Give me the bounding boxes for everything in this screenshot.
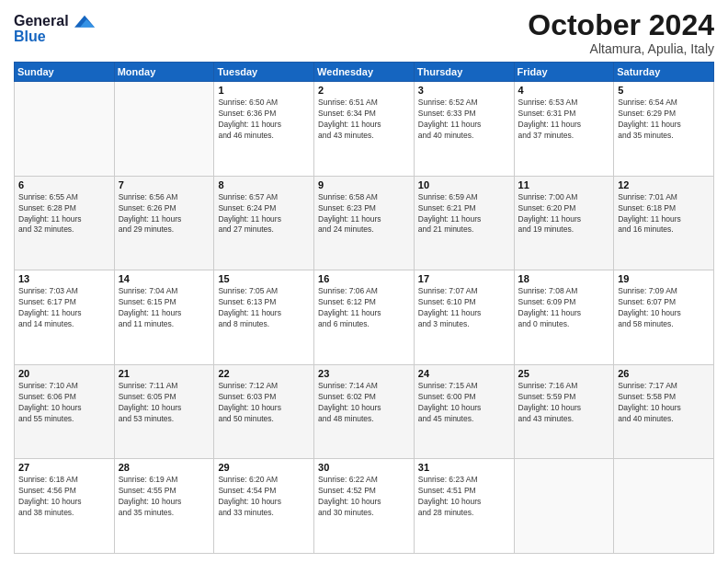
day-info: Sunrise: 7:04 AM Sunset: 6:15 PM Dayligh… <box>119 286 210 330</box>
calendar-day-cell: 17Sunrise: 7:07 AM Sunset: 6:10 PM Dayli… <box>414 270 514 365</box>
logo-blue: Blue <box>14 29 46 44</box>
title-block: October 2024 Altamura, Apulia, Italy <box>528 9 714 56</box>
calendar-day-cell: 3Sunrise: 6:52 AM Sunset: 6:33 PM Daylig… <box>414 82 514 177</box>
calendar-day-cell: 9Sunrise: 6:58 AM Sunset: 6:23 PM Daylig… <box>314 176 415 270</box>
calendar-day-cell: 26Sunrise: 7:17 AM Sunset: 5:58 PM Dayli… <box>614 364 714 459</box>
day-info: Sunrise: 7:07 AM Sunset: 6:10 PM Dayligh… <box>418 286 510 330</box>
header-friday: Friday <box>514 63 614 82</box>
day-info: Sunrise: 7:16 AM Sunset: 5:59 PM Dayligh… <box>518 381 610 425</box>
day-info: Sunrise: 7:00 AM Sunset: 6:20 PM Dayligh… <box>518 192 610 236</box>
day-info: Sunrise: 6:18 AM Sunset: 4:56 PM Dayligh… <box>18 475 110 519</box>
day-number: 23 <box>318 368 410 379</box>
day-number: 20 <box>18 368 110 379</box>
calendar-day-cell: 7Sunrise: 6:56 AM Sunset: 6:26 PM Daylig… <box>114 176 214 270</box>
calendar-week-row: 27Sunrise: 6:18 AM Sunset: 4:56 PM Dayli… <box>15 459 714 554</box>
month-title: October 2024 <box>528 9 714 41</box>
calendar-table: Sunday Monday Tuesday Wednesday Thursday… <box>14 62 714 554</box>
header-sunday: Sunday <box>15 63 115 82</box>
day-info: Sunrise: 7:06 AM Sunset: 6:12 PM Dayligh… <box>318 286 410 330</box>
calendar-week-row: 1Sunrise: 6:50 AM Sunset: 6:36 PM Daylig… <box>15 82 714 177</box>
header-thursday: Thursday <box>414 63 514 82</box>
day-number: 11 <box>518 179 610 190</box>
calendar-day-cell: 14Sunrise: 7:04 AM Sunset: 6:15 PM Dayli… <box>114 270 214 365</box>
day-number: 22 <box>218 368 310 379</box>
day-info: Sunrise: 7:17 AM Sunset: 5:58 PM Dayligh… <box>618 381 710 425</box>
day-number: 16 <box>318 273 410 284</box>
day-info: Sunrise: 7:09 AM Sunset: 6:07 PM Dayligh… <box>618 286 710 330</box>
day-info: Sunrise: 7:01 AM Sunset: 6:18 PM Dayligh… <box>618 192 710 236</box>
day-info: Sunrise: 6:19 AM Sunset: 4:55 PM Dayligh… <box>119 475 210 519</box>
calendar-day-cell: 30Sunrise: 6:22 AM Sunset: 4:52 PM Dayli… <box>314 459 415 554</box>
calendar-day-cell: 5Sunrise: 6:54 AM Sunset: 6:29 PM Daylig… <box>614 82 714 177</box>
day-info: Sunrise: 6:23 AM Sunset: 4:51 PM Dayligh… <box>418 475 510 519</box>
day-info: Sunrise: 6:58 AM Sunset: 6:23 PM Dayligh… <box>318 192 410 236</box>
day-info: Sunrise: 7:10 AM Sunset: 6:06 PM Dayligh… <box>18 381 110 425</box>
day-info: Sunrise: 7:15 AM Sunset: 6:00 PM Dayligh… <box>418 381 510 425</box>
calendar-day-cell: 28Sunrise: 6:19 AM Sunset: 4:55 PM Dayli… <box>114 459 214 554</box>
day-info: Sunrise: 6:59 AM Sunset: 6:21 PM Dayligh… <box>418 192 510 236</box>
day-info: Sunrise: 6:20 AM Sunset: 4:54 PM Dayligh… <box>218 475 310 519</box>
calendar-day-cell: 6Sunrise: 6:55 AM Sunset: 6:28 PM Daylig… <box>15 176 115 270</box>
calendar-day-cell: 13Sunrise: 7:03 AM Sunset: 6:17 PM Dayli… <box>15 270 115 365</box>
day-number: 27 <box>18 462 110 473</box>
day-number: 8 <box>218 179 310 190</box>
calendar-week-row: 20Sunrise: 7:10 AM Sunset: 6:06 PM Dayli… <box>15 364 714 459</box>
day-info: Sunrise: 6:57 AM Sunset: 6:24 PM Dayligh… <box>218 192 310 236</box>
calendar-day-cell: 25Sunrise: 7:16 AM Sunset: 5:59 PM Dayli… <box>514 364 614 459</box>
weekday-header-row: Sunday Monday Tuesday Wednesday Thursday… <box>15 63 714 82</box>
calendar-day-cell: 31Sunrise: 6:23 AM Sunset: 4:51 PM Dayli… <box>414 459 514 554</box>
day-number: 24 <box>418 368 510 379</box>
day-number: 12 <box>618 179 710 190</box>
header-monday: Monday <box>114 63 214 82</box>
day-number: 6 <box>18 179 110 190</box>
calendar-day-cell: 20Sunrise: 7:10 AM Sunset: 6:06 PM Dayli… <box>15 364 115 459</box>
calendar-day-cell: 1Sunrise: 6:50 AM Sunset: 6:36 PM Daylig… <box>214 82 314 177</box>
day-info: Sunrise: 7:11 AM Sunset: 6:05 PM Dayligh… <box>119 381 210 425</box>
day-number: 7 <box>119 179 210 190</box>
day-number: 15 <box>218 273 310 284</box>
logo: General Blue <box>14 13 95 45</box>
day-info: Sunrise: 6:50 AM Sunset: 6:36 PM Dayligh… <box>218 98 310 142</box>
calendar-day-cell: 8Sunrise: 6:57 AM Sunset: 6:24 PM Daylig… <box>214 176 314 270</box>
calendar-day-cell: 18Sunrise: 7:08 AM Sunset: 6:09 PM Dayli… <box>514 270 614 365</box>
header-wednesday: Wednesday <box>314 63 415 82</box>
day-info: Sunrise: 7:14 AM Sunset: 6:02 PM Dayligh… <box>318 381 410 425</box>
day-number: 31 <box>418 462 510 473</box>
calendar-day-cell: 27Sunrise: 6:18 AM Sunset: 4:56 PM Dayli… <box>15 459 115 554</box>
day-info: Sunrise: 6:55 AM Sunset: 6:28 PM Dayligh… <box>18 192 110 236</box>
day-number: 10 <box>418 179 510 190</box>
calendar-day-cell: 19Sunrise: 7:09 AM Sunset: 6:07 PM Dayli… <box>614 270 714 365</box>
calendar-day-cell: 2Sunrise: 6:51 AM Sunset: 6:34 PM Daylig… <box>314 82 415 177</box>
day-number: 5 <box>618 85 710 96</box>
day-info: Sunrise: 7:08 AM Sunset: 6:09 PM Dayligh… <box>518 286 610 330</box>
calendar-day-cell: 23Sunrise: 7:14 AM Sunset: 6:02 PM Dayli… <box>314 364 415 459</box>
calendar-day-cell <box>15 82 115 177</box>
calendar-day-cell <box>114 82 214 177</box>
calendar-day-cell: 15Sunrise: 7:05 AM Sunset: 6:13 PM Dayli… <box>214 270 314 365</box>
day-number: 26 <box>618 368 710 379</box>
logo-general: General <box>14 13 69 29</box>
calendar-day-cell: 11Sunrise: 7:00 AM Sunset: 6:20 PM Dayli… <box>514 176 614 270</box>
day-number: 4 <box>518 85 610 96</box>
calendar-day-cell: 22Sunrise: 7:12 AM Sunset: 6:03 PM Dayli… <box>214 364 314 459</box>
day-number: 19 <box>618 273 710 284</box>
calendar-day-cell: 16Sunrise: 7:06 AM Sunset: 6:12 PM Dayli… <box>314 270 415 365</box>
day-number: 18 <box>518 273 610 284</box>
calendar-day-cell: 29Sunrise: 6:20 AM Sunset: 4:54 PM Dayli… <box>214 459 314 554</box>
header-saturday: Saturday <box>614 63 714 82</box>
header-tuesday: Tuesday <box>214 63 314 82</box>
page: General Blue October 2024 Altamura, Apul… <box>0 0 728 563</box>
day-number: 17 <box>418 273 510 284</box>
day-number: 28 <box>119 462 210 473</box>
calendar-week-row: 13Sunrise: 7:03 AM Sunset: 6:17 PM Dayli… <box>15 270 714 365</box>
day-number: 21 <box>119 368 210 379</box>
day-number: 2 <box>318 85 410 96</box>
day-number: 30 <box>318 462 410 473</box>
day-info: Sunrise: 7:03 AM Sunset: 6:17 PM Dayligh… <box>18 286 110 330</box>
calendar-day-cell <box>614 459 714 554</box>
calendar-day-cell: 12Sunrise: 7:01 AM Sunset: 6:18 PM Dayli… <box>614 176 714 270</box>
day-number: 29 <box>218 462 310 473</box>
calendar-week-row: 6Sunrise: 6:55 AM Sunset: 6:28 PM Daylig… <box>15 176 714 270</box>
calendar-day-cell <box>514 459 614 554</box>
day-info: Sunrise: 6:54 AM Sunset: 6:29 PM Dayligh… <box>618 98 710 142</box>
